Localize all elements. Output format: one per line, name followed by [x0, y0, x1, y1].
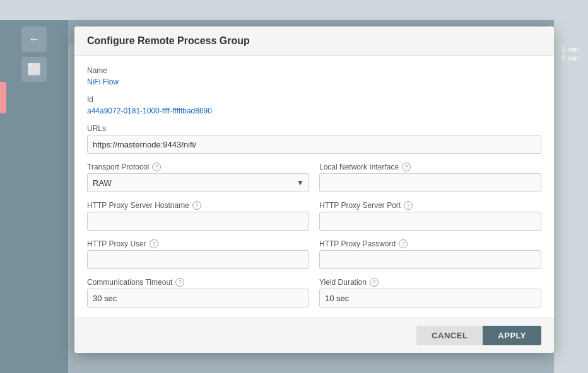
dialog-footer: CANCEL APPLY — [74, 318, 554, 353]
dialog-body: Name NiFi Flow Id a44a9072-0181-1000-fff… — [74, 56, 554, 318]
urls-field-group: URLs — [87, 124, 541, 154]
left-sidebar: ← ⬜ — [0, 20, 68, 373]
urls-input[interactable] — [87, 135, 541, 154]
id-label: Id — [87, 95, 541, 104]
proxy-hostname-help-icon[interactable]: ? — [192, 201, 201, 210]
transport-localnet-row: Transport Protocol ? RAW HTTP ▼ Local Ne… — [87, 163, 541, 192]
right-label-2: 5 min — [562, 54, 579, 62]
proxy-port-label: HTTP Proxy Server Port ? — [319, 201, 541, 210]
yield-duration-label: Yield Duration ? — [319, 278, 541, 287]
comm-timeout-input[interactable] — [87, 289, 309, 307]
local-net-help-icon[interactable]: ? — [402, 163, 411, 171]
cancel-button[interactable]: CANCEL — [416, 326, 483, 345]
sidebar-node-indicator — [0, 82, 6, 113]
name-value[interactable]: NiFi Flow — [87, 77, 119, 86]
configure-dialog: Configure Remote Process Group Name NiFi… — [74, 26, 554, 353]
id-field-group: Id a44a9072-0181-1000-ffff-fffffbad8690 — [87, 95, 541, 115]
local-net-label: Local Network Interface ? — [319, 163, 541, 171]
proxy-password-col: HTTP Proxy Password ? — [319, 239, 541, 269]
comm-timeout-label: Communications Timeout ? — [87, 278, 309, 287]
transport-col: Transport Protocol ? RAW HTTP ▼ — [87, 163, 309, 192]
yield-duration-input[interactable] — [319, 289, 541, 307]
comm-timeout-col: Communications Timeout ? — [87, 278, 309, 307]
proxy-password-input[interactable] — [319, 250, 541, 269]
name-field-group: Name NiFi Flow — [87, 66, 541, 86]
local-net-input[interactable] — [319, 173, 541, 192]
id-value[interactable]: a44a9072-0181-1000-ffff-fffffbad8690 — [87, 106, 212, 115]
transport-select-wrapper: RAW HTTP ▼ — [87, 173, 309, 192]
dialog-header: Configure Remote Process Group — [74, 26, 554, 56]
apply-button[interactable]: APPLY — [483, 326, 541, 345]
timeout-yield-row: Communications Timeout ? Yield Duration … — [87, 278, 541, 307]
proxy-hostname-label: HTTP Proxy Server Hostname ? — [87, 201, 309, 210]
proxy-user-label: HTTP Proxy User ? — [87, 239, 309, 248]
proxy-user-help-icon[interactable]: ? — [150, 239, 158, 248]
transport-label: Transport Protocol ? — [87, 163, 309, 171]
proxy-user-col: HTTP Proxy User ? — [87, 239, 309, 269]
proxy-password-help-icon[interactable]: ? — [399, 239, 408, 248]
transport-select[interactable]: RAW HTTP — [87, 173, 309, 192]
yield-duration-help-icon[interactable]: ? — [370, 278, 379, 287]
urls-label: URLs — [87, 124, 541, 133]
proxy-user-password-row: HTTP Proxy User ? HTTP Proxy Password ? — [87, 239, 541, 269]
local-net-col: Local Network Interface ? — [319, 163, 541, 192]
right-panel-labels: 5 min 5 min — [553, 43, 588, 62]
proxy-port-input[interactable] — [319, 212, 541, 231]
right-label-1: 5 min — [562, 45, 579, 53]
sidebar-back-icon[interactable]: ← — [21, 26, 47, 52]
yield-duration-col: Yield Duration ? — [319, 278, 541, 307]
sidebar-group-icon[interactable]: ⬜ — [21, 57, 47, 82]
proxy-hostname-input[interactable] — [87, 212, 309, 231]
comm-timeout-help-icon[interactable]: ? — [175, 278, 184, 287]
name-label: Name — [87, 66, 541, 75]
proxy-port-help-icon[interactable]: ? — [404, 201, 413, 210]
proxy-user-input[interactable] — [87, 250, 309, 269]
proxy-password-label: HTTP Proxy Password ? — [319, 239, 541, 248]
proxy-port-col: HTTP Proxy Server Port ? — [319, 201, 541, 231]
proxy-hostname-col: HTTP Proxy Server Hostname ? — [87, 201, 309, 231]
dialog-title: Configure Remote Process Group — [87, 35, 250, 46]
proxy-hostname-port-row: HTTP Proxy Server Hostname ? HTTP Proxy … — [87, 201, 541, 231]
transport-help-icon[interactable]: ? — [152, 163, 161, 171]
